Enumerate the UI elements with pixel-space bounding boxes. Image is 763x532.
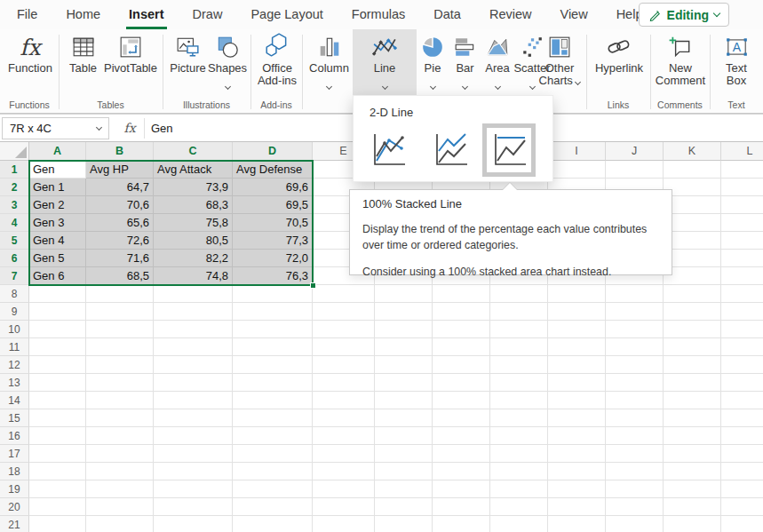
cell-I14[interactable] bbox=[548, 392, 606, 409]
cell-B9[interactable] bbox=[86, 303, 154, 321]
cell-G10[interactable] bbox=[433, 321, 490, 338]
cell-G11[interactable] bbox=[433, 338, 490, 356]
cell-J17[interactable] bbox=[606, 445, 664, 463]
cell-A20[interactable] bbox=[29, 498, 86, 516]
cell-L17[interactable] bbox=[721, 445, 763, 463]
cell-F20[interactable] bbox=[375, 498, 433, 516]
menu-tab-home[interactable]: Home bbox=[52, 0, 115, 29]
cell-L4[interactable] bbox=[721, 214, 763, 232]
cell-L9[interactable] bbox=[721, 303, 763, 321]
cell-K21[interactable] bbox=[664, 516, 721, 532]
column-header-J[interactable]: J bbox=[606, 142, 664, 161]
cell-E20[interactable] bbox=[313, 498, 375, 516]
cell-F13[interactable] bbox=[375, 374, 433, 392]
cell-I18[interactable] bbox=[548, 463, 606, 480]
cell-D8[interactable] bbox=[233, 285, 313, 303]
cell-B19[interactable] bbox=[86, 480, 154, 498]
cell-H21[interactable] bbox=[490, 516, 548, 532]
cell-I21[interactable] bbox=[548, 516, 606, 532]
cell-I10[interactable] bbox=[548, 321, 606, 338]
cell-L21[interactable] bbox=[721, 516, 763, 532]
cell-G17[interactable] bbox=[433, 445, 490, 463]
menu-tab-review[interactable]: Review bbox=[475, 0, 546, 29]
cell-L8[interactable] bbox=[721, 285, 763, 303]
menu-tab-insert[interactable]: Insert bbox=[115, 0, 179, 29]
cell-G9[interactable] bbox=[433, 303, 490, 321]
cell-C20[interactable] bbox=[154, 498, 233, 516]
cell-H15[interactable] bbox=[490, 409, 548, 427]
pivottable-button[interactable]: PivotTable bbox=[102, 29, 159, 95]
cell-K16[interactable] bbox=[664, 427, 721, 445]
cell-H11[interactable] bbox=[490, 338, 548, 356]
cell-C3[interactable]: 68,3 bbox=[154, 196, 233, 214]
cell-J21[interactable] bbox=[606, 516, 664, 532]
cell-J20[interactable] bbox=[606, 498, 664, 516]
picture-button[interactable]: Picture bbox=[168, 29, 208, 95]
cell-A15[interactable] bbox=[29, 409, 86, 427]
cell-G8[interactable] bbox=[433, 285, 490, 303]
cell-H8[interactable] bbox=[490, 285, 548, 303]
cell-L5[interactable] bbox=[721, 232, 763, 250]
cell-C11[interactable] bbox=[154, 338, 233, 356]
bar-chart-button[interactable]: Bar bbox=[449, 29, 481, 95]
cell-H10[interactable] bbox=[490, 321, 548, 338]
row-header-11[interactable]: 11 bbox=[0, 338, 29, 356]
cell-C16[interactable] bbox=[154, 427, 233, 445]
cell-G18[interactable] bbox=[433, 463, 490, 480]
cell-A6[interactable]: Gen 5 bbox=[29, 250, 86, 267]
menu-tab-draw[interactable]: Draw bbox=[179, 0, 237, 29]
cell-B6[interactable]: 71,6 bbox=[86, 250, 154, 267]
cell-H18[interactable] bbox=[490, 463, 548, 480]
row-header-15[interactable]: 15 bbox=[0, 409, 29, 427]
cell-A21[interactable] bbox=[29, 516, 86, 532]
cell-F8[interactable] bbox=[375, 285, 433, 303]
cell-D3[interactable]: 69,5 bbox=[233, 196, 313, 214]
cell-E18[interactable] bbox=[313, 463, 375, 480]
cell-D2[interactable]: 69,6 bbox=[233, 179, 313, 196]
cell-K10[interactable] bbox=[664, 321, 721, 338]
cell-D7[interactable]: 76,3 bbox=[233, 267, 313, 285]
shapes-button[interactable]: Shapes bbox=[208, 29, 247, 95]
cell-B2[interactable]: 64,7 bbox=[86, 179, 154, 196]
cell-B4[interactable]: 65,6 bbox=[86, 214, 154, 232]
column-header-B[interactable]: B bbox=[86, 142, 154, 161]
cell-J19[interactable] bbox=[606, 480, 664, 498]
cell-G21[interactable] bbox=[433, 516, 490, 532]
cell-F10[interactable] bbox=[375, 321, 433, 338]
cell-H16[interactable] bbox=[490, 427, 548, 445]
cell-D20[interactable] bbox=[233, 498, 313, 516]
cell-H12[interactable] bbox=[490, 356, 548, 374]
cell-K9[interactable] bbox=[664, 303, 721, 321]
cell-L12[interactable] bbox=[721, 356, 763, 374]
cell-A18[interactable] bbox=[29, 463, 86, 480]
menu-tab-formulas[interactable]: Formulas bbox=[338, 0, 419, 29]
cell-A8[interactable] bbox=[29, 285, 86, 303]
cell-L2[interactable] bbox=[721, 179, 763, 196]
cell-F12[interactable] bbox=[375, 356, 433, 374]
cell-J18[interactable] bbox=[606, 463, 664, 480]
cell-L1[interactable] bbox=[721, 161, 763, 179]
cell-A13[interactable] bbox=[29, 374, 86, 392]
cell-I17[interactable] bbox=[548, 445, 606, 463]
cell-D19[interactable] bbox=[233, 480, 313, 498]
cell-J12[interactable] bbox=[606, 356, 664, 374]
cell-E9[interactable] bbox=[313, 303, 375, 321]
row-header-17[interactable]: 17 bbox=[0, 445, 29, 463]
cell-G14[interactable] bbox=[433, 392, 490, 409]
cell-L7[interactable] bbox=[721, 267, 763, 285]
hyperlink-button[interactable]: Hyperlink bbox=[589, 29, 649, 95]
cell-D18[interactable] bbox=[233, 463, 313, 480]
cell-C17[interactable] bbox=[154, 445, 233, 463]
cell-A1[interactable]: Gen bbox=[29, 161, 86, 179]
row-header-8[interactable]: 8 bbox=[0, 285, 29, 303]
cell-H13[interactable] bbox=[490, 374, 548, 392]
cell-F18[interactable] bbox=[375, 463, 433, 480]
fill-handle[interactable] bbox=[310, 282, 316, 289]
cell-K13[interactable] bbox=[664, 374, 721, 392]
cell-J13[interactable] bbox=[606, 374, 664, 392]
menu-tab-view[interactable]: View bbox=[545, 0, 601, 29]
cell-J16[interactable] bbox=[606, 427, 664, 445]
cell-A12[interactable] bbox=[29, 356, 86, 374]
cell-J10[interactable] bbox=[606, 321, 664, 338]
column-header-K[interactable]: K bbox=[664, 142, 721, 161]
